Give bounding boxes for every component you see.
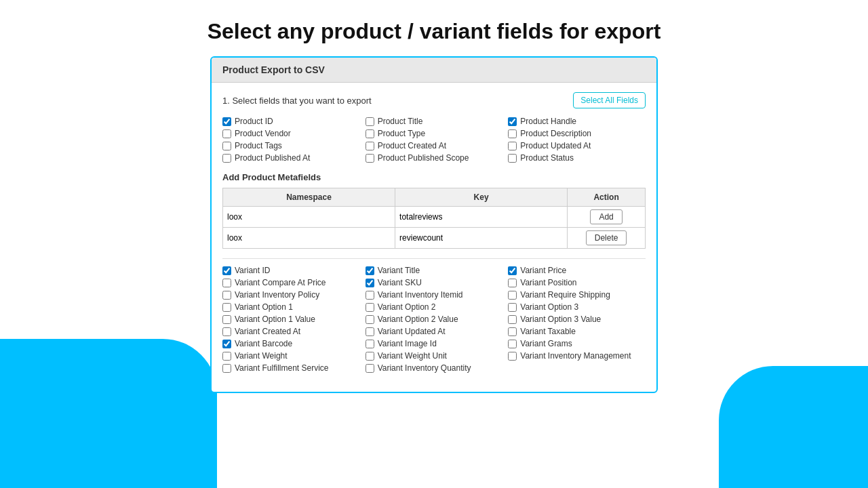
product-field-label: Product Description xyxy=(520,129,591,138)
product-checkbox-9[interactable] xyxy=(222,154,231,163)
panel-header: Product Export to CSV xyxy=(212,58,656,83)
variant-checkbox-11[interactable] xyxy=(508,303,517,312)
section-label-row: 1. Select fields that you want to export… xyxy=(222,92,646,108)
product-field-item: Product Updated At xyxy=(508,141,646,150)
product-checkbox-2[interactable] xyxy=(508,117,517,126)
variant-field-label: Variant Inventory Management xyxy=(520,351,631,361)
variant-field-label: Variant Require Shipping xyxy=(520,290,610,300)
variant-checkbox-25[interactable] xyxy=(366,364,374,373)
product-field-item: Product Created At xyxy=(366,141,503,150)
variant-field-item: Variant ID xyxy=(222,266,360,275)
variant-field-item: Variant Inventory Itemid xyxy=(366,290,503,300)
metafield-row: Add xyxy=(223,207,646,228)
variant-field-item: Variant Inventory Quantity xyxy=(366,363,503,373)
variant-checkbox-0[interactable] xyxy=(222,266,231,275)
variant-field-item: Variant Weight xyxy=(222,351,360,361)
product-checkbox-0[interactable] xyxy=(222,117,231,126)
variant-field-label: Variant Option 2 xyxy=(378,302,436,312)
product-field-item: Product ID xyxy=(222,117,360,126)
add-button-0[interactable]: Add xyxy=(590,209,622,224)
metafields-section: Add Product Metafields Namespace Key Act… xyxy=(222,172,646,249)
product-field-item: Product Vendor xyxy=(222,129,360,138)
variant-field-label: Variant Option 1 xyxy=(235,302,293,312)
variant-checkbox-5[interactable] xyxy=(508,279,517,287)
variant-checkbox-19[interactable] xyxy=(366,340,374,348)
product-checkbox-11[interactable] xyxy=(508,154,517,163)
product-field-label: Product Vendor xyxy=(235,129,291,138)
key-input-1[interactable] xyxy=(399,233,563,243)
variant-field-item: Variant Option 2 Value xyxy=(366,314,503,324)
product-checkbox-6[interactable] xyxy=(222,142,231,150)
product-field-label: Product Created At xyxy=(378,141,446,150)
variant-field-label: Variant Taxable xyxy=(520,327,576,336)
variant-checkbox-1[interactable] xyxy=(366,266,374,275)
variant-field-item: Variant Option 1 xyxy=(222,302,360,312)
product-field-label: Product Handle xyxy=(520,117,576,126)
variant-checkbox-12[interactable] xyxy=(222,315,231,324)
delete-button-1[interactable]: Delete xyxy=(586,230,627,245)
variant-field-label: Variant Image Id xyxy=(378,339,437,348)
variant-checkbox-2[interactable] xyxy=(508,266,517,275)
variant-field-item: Variant Created At xyxy=(222,327,360,336)
variant-field-label: Variant Title xyxy=(378,266,420,275)
variant-field-item: Variant SKU xyxy=(366,278,503,287)
product-field-label: Product Type xyxy=(378,129,426,138)
variant-checkbox-14[interactable] xyxy=(508,315,517,324)
product-checkbox-7[interactable] xyxy=(366,142,374,150)
variant-field-label: Variant Updated At xyxy=(378,327,446,336)
product-field-item: Product Tags xyxy=(222,141,360,150)
variant-checkbox-23[interactable] xyxy=(508,352,517,361)
variant-checkbox-18[interactable] xyxy=(222,340,231,348)
variant-checkbox-15[interactable] xyxy=(222,327,231,336)
variant-checkbox-20[interactable] xyxy=(508,340,517,348)
variant-field-label: Variant Option 3 Value xyxy=(520,314,601,324)
variant-field-item: Variant Barcode xyxy=(222,339,360,348)
product-fields-grid: Product IDProduct TitleProduct HandlePro… xyxy=(222,117,646,163)
variant-checkbox-4[interactable] xyxy=(366,279,374,287)
variant-field-item: Variant Option 2 xyxy=(366,302,503,312)
variant-field-label: Variant Inventory Policy xyxy=(235,290,319,300)
variant-field-label: Variant Created At xyxy=(235,327,300,336)
variant-checkbox-10[interactable] xyxy=(366,303,374,312)
product-field-item: Product Status xyxy=(508,153,646,163)
variant-checkbox-24[interactable] xyxy=(222,364,231,373)
variant-checkbox-7[interactable] xyxy=(366,291,374,300)
product-checkbox-5[interactable] xyxy=(508,129,517,138)
product-checkbox-1[interactable] xyxy=(366,117,374,126)
product-field-item: Product Description xyxy=(508,129,646,138)
product-checkbox-10[interactable] xyxy=(366,154,374,163)
product-field-label: Product Published Scope xyxy=(378,153,469,163)
variant-field-item: Variant Compare At Price xyxy=(222,278,360,287)
variant-checkbox-3[interactable] xyxy=(222,279,231,287)
metafield-row: Delete xyxy=(223,228,646,249)
variant-checkbox-21[interactable] xyxy=(222,352,231,361)
variant-field-label: Variant Grams xyxy=(520,339,572,348)
variant-checkbox-13[interactable] xyxy=(366,315,374,324)
variant-field-label: Variant ID xyxy=(235,266,270,275)
product-checkbox-4[interactable] xyxy=(366,129,374,138)
variant-field-item: Variant Title xyxy=(366,266,503,275)
product-checkbox-8[interactable] xyxy=(508,142,517,150)
namespace-input-1[interactable] xyxy=(227,233,391,243)
product-checkbox-3[interactable] xyxy=(222,129,231,138)
variant-field-label: Variant Weight Unit xyxy=(378,351,447,361)
select-all-button[interactable]: Select All Fields xyxy=(573,92,646,108)
variant-checkbox-16[interactable] xyxy=(366,327,374,336)
product-field-label: Product Updated At xyxy=(520,141,591,150)
product-field-label: Product Published At xyxy=(235,153,310,163)
variant-field-item: Variant Inventory Policy xyxy=(222,290,360,300)
variant-checkbox-9[interactable] xyxy=(222,303,231,312)
namespace-input-0[interactable] xyxy=(227,212,391,222)
product-field-item: Product Title xyxy=(366,117,503,126)
col-action: Action xyxy=(568,188,646,207)
variant-checkbox-17[interactable] xyxy=(508,327,517,336)
key-input-0[interactable] xyxy=(399,212,563,222)
export-panel: Product Export to CSV 1. Select fields t… xyxy=(210,56,658,393)
variant-checkbox-8[interactable] xyxy=(508,291,517,300)
variant-field-label: Variant Weight xyxy=(235,351,288,361)
metafields-table: Namespace Key Action AddDelete xyxy=(222,188,646,249)
variant-checkbox-22[interactable] xyxy=(366,352,374,361)
variant-field-label: Variant Inventory Itemid xyxy=(378,290,463,300)
variant-checkbox-6[interactable] xyxy=(222,291,231,300)
variant-field-label: Variant Option 2 Value xyxy=(378,314,458,324)
